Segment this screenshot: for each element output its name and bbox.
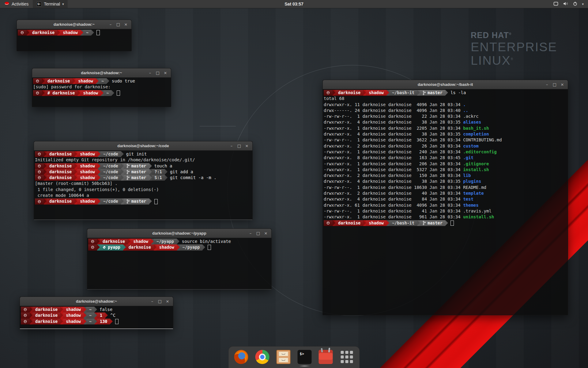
dock-item-toolbox[interactable]: [319, 350, 333, 364]
terminal-content[interactable]: darknoiseshadow~sudo true[sudo] password…: [32, 78, 171, 97]
powerline-arrow-icon: [44, 198, 47, 204]
close-button[interactable]: ×: [165, 299, 170, 304]
minimize-button[interactable]: –: [108, 22, 113, 27]
powerline-arrow-icon: [128, 239, 130, 244]
prompt-segment-text: shadow: [133, 239, 148, 244]
terminal-window-code[interactable]: darknoise@shadow:~/code – □ × darknoises…: [34, 141, 253, 220]
prompt-segment-text: darknoise: [49, 198, 72, 204]
prompt-segment-icon: [21, 307, 30, 312]
file-name: CONTRIBUTING.md: [463, 137, 502, 142]
powerline-arrow-icon: [333, 220, 335, 226]
terminal-window-pyapp[interactable]: darknoise@shadow:~/pyapp – □ × darknoise…: [87, 228, 272, 289]
prompt-segment-text: master: [131, 198, 146, 204]
window-titlebar[interactable]: darknoise@shadow:~ – □ ×: [17, 20, 131, 29]
volume-icon: [563, 2, 568, 7]
command-text: git init: [126, 151, 147, 157]
terminal-window-sudo[interactable]: darknoise@shadow:~ – □ × darknoiseshadow…: [32, 68, 171, 107]
maximize-button[interactable]: □: [256, 231, 261, 236]
prompt-segment-text: ~/code: [103, 163, 118, 169]
prompt-segment-icon: [33, 90, 42, 96]
terminal-output-line: [master (root-commit) 50bcb63] .: [35, 181, 251, 186]
close-button[interactable]: ×: [560, 82, 565, 87]
terminal-content[interactable]: darknoiseshadow~/pyappsource bin/activat…: [87, 238, 271, 251]
prompt-segment-text: master: [428, 220, 443, 226]
redhat-icon: [38, 200, 41, 203]
close-button[interactable]: ×: [244, 144, 249, 148]
minimize-button[interactable]: –: [150, 299, 155, 304]
maximize-button[interactable]: □: [155, 71, 160, 75]
prompt-segment-host: shadow: [77, 169, 98, 175]
prompt-segment-path: ~: [104, 90, 111, 96]
dock-item-firefox[interactable]: [234, 350, 248, 364]
close-button[interactable]: ×: [123, 22, 128, 27]
powerline-arrow-icon: [98, 163, 100, 169]
close-button[interactable]: ×: [163, 71, 168, 75]
ls-row: drwxrwxr-x. 4 darknoise darknoise 38 Jan…: [324, 131, 567, 137]
terminal-window-home-2[interactable]: darknoise@shadow:~ – □ × darknoiseshadow…: [20, 297, 173, 329]
powerline-arrow-icon: [445, 90, 448, 96]
maximize-button[interactable]: □: [116, 22, 121, 27]
window-titlebar[interactable]: darknoise@shadow:~/code – □ ×: [34, 141, 252, 151]
redhat-icon: [24, 320, 27, 323]
app-menu-terminal[interactable]: $> Terminal ▾: [33, 0, 67, 8]
dock-item-app-grid[interactable]: [340, 350, 354, 364]
wallpaper-circuit-line: [200, 126, 236, 126]
powerline-arrow-icon: [202, 244, 205, 250]
prompt-segment-gitst: ?:1: [152, 169, 165, 175]
close-button[interactable]: ×: [263, 231, 268, 236]
powerline-arrow-icon: [44, 169, 47, 175]
powerline-arrow-icon: [386, 90, 389, 96]
powerline-arrow-icon: [110, 319, 113, 324]
window-titlebar[interactable]: darknoise@shadow:~ – □ ×: [20, 297, 173, 306]
minimize-button[interactable]: –: [248, 231, 253, 236]
prompt-segment-text: shadow: [63, 30, 78, 36]
dock-item-terminal[interactable]: $>: [298, 350, 312, 364]
terminal-window-home-1[interactable]: darknoise@shadow:~ – □ × darknoiseshadow…: [17, 20, 132, 51]
file-name: template: [463, 191, 484, 196]
prompt-segment-host: shadow: [130, 239, 151, 244]
powerline-arrow-icon: [98, 198, 100, 204]
prompt-line: darknoiseshadow~/codemaster: [35, 198, 251, 204]
file-name: .gitignore: [463, 161, 489, 166]
minimize-button[interactable]: –: [545, 82, 549, 87]
terminal-content[interactable]: darknoiseshadow~/codegit initInitialized…: [34, 151, 252, 205]
window-titlebar[interactable]: darknoise@shadow:~/pyapp – □ ×: [87, 229, 271, 238]
dock-item-files[interactable]: [277, 350, 291, 364]
maximize-button[interactable]: □: [237, 144, 242, 148]
prompt-segment-icon: [21, 319, 30, 324]
minimize-button[interactable]: –: [229, 144, 234, 148]
terminal-content[interactable]: darknoiseshadow~: [17, 29, 131, 36]
window-titlebar[interactable]: darknoise@shadow:~/bash-it – □ ×: [323, 80, 568, 89]
terminal-content[interactable]: darknoiseshadow~/bash-itmasterls -latota…: [323, 89, 568, 227]
maximize-button[interactable]: □: [552, 82, 557, 87]
terminal-content[interactable]: darknoiseshadow~falsedarknoiseshadow~1^C…: [20, 306, 173, 325]
ls-row: -rw-rw-r--. 1 darknoise darknoise 3622 J…: [324, 137, 567, 143]
branch-icon: [423, 221, 426, 225]
powerline-arrow-icon: [363, 220, 366, 226]
activities-button[interactable]: Activities: [0, 0, 33, 8]
system-menu[interactable]: ▾: [549, 0, 588, 8]
prompt-segment-text: ~: [86, 30, 89, 36]
prompt-segment-text: pyapp: [108, 244, 120, 250]
clock[interactable]: Sat 03:57: [285, 2, 303, 6]
window-titlebar[interactable]: darknoise@shadow:~ – □ ×: [32, 68, 171, 78]
prompt-segment-user: darknoise: [335, 220, 363, 226]
prompt-segment-text: shadow: [80, 163, 95, 169]
redhat-icon: [24, 314, 27, 317]
powerline-arrow-icon: [149, 169, 152, 175]
prompt-segment-text: shadow: [80, 169, 95, 175]
powerline-arrow-icon: [94, 312, 97, 318]
file-name: install.sh: [463, 167, 489, 172]
minimize-button[interactable]: –: [148, 71, 153, 75]
command-text: touch a: [154, 163, 172, 169]
dock-item-chrome[interactable]: [255, 350, 270, 364]
prompt-segment-path: ~/code: [100, 198, 121, 204]
prompt-segment-user: darknoise: [47, 198, 74, 204]
prompt-segment-icon: [324, 220, 333, 226]
powerline-arrow-icon: [96, 78, 99, 84]
chevron-down-icon: ▾: [62, 2, 64, 6]
maximize-button[interactable]: □: [157, 299, 162, 304]
terminal-window-bash-it[interactable]: darknoise@shadow:~/bash-it – □ × darknoi…: [322, 80, 568, 315]
prompt-segment-host: shadow: [60, 30, 81, 36]
powerline-arrow-icon: [94, 319, 97, 324]
